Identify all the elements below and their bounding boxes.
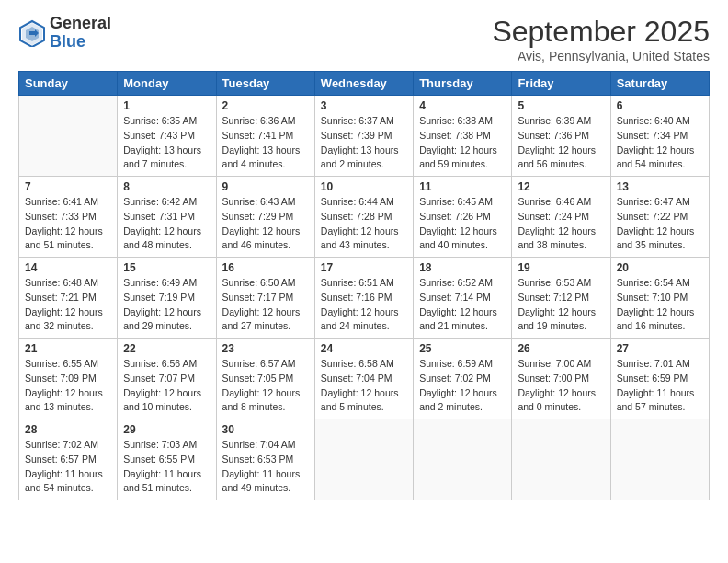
day-number: 9 [222,180,309,193]
col-saturday: Saturday [610,72,709,96]
day-detail: Sunrise: 6:39 AMSunset: 7:36 PMDaylight:… [518,114,604,172]
daylight-text: Daylight: 12 hours and 2 minutes. [419,386,506,416]
day-detail: Sunrise: 6:49 AMSunset: 7:19 PMDaylight:… [123,276,210,334]
daylight-text: Daylight: 12 hours and 35 minutes. [617,224,703,254]
day-detail: Sunrise: 6:35 AMSunset: 7:43 PMDaylight:… [123,114,210,172]
day-number: 27 [617,342,703,355]
table-row [314,419,413,500]
daylight-text: Daylight: 12 hours and 48 minutes. [123,224,210,254]
location-title: Avis, Pennsylvania, United States [492,49,710,63]
day-detail: Sunrise: 7:04 AMSunset: 6:53 PMDaylight:… [222,438,309,496]
sunrise-text: Sunrise: 6:50 AM [222,276,309,291]
day-detail: Sunrise: 6:56 AMSunset: 7:07 PMDaylight:… [123,357,210,415]
sunrise-text: Sunrise: 6:45 AM [419,195,506,210]
sunrise-text: Sunrise: 6:43 AM [222,195,309,210]
sunrise-text: Sunrise: 6:51 AM [321,276,407,291]
day-detail: Sunrise: 6:41 AMSunset: 7:33 PMDaylight:… [25,195,111,253]
sunrise-text: Sunrise: 6:54 AM [617,276,703,291]
calendar-week-row: 21Sunrise: 6:55 AMSunset: 7:09 PMDayligh… [19,339,710,419]
table-row: 1Sunrise: 6:35 AMSunset: 7:43 PMDaylight… [118,96,216,177]
sunrise-text: Sunrise: 6:47 AM [617,195,703,210]
day-number: 8 [123,180,210,193]
day-detail: Sunrise: 6:43 AMSunset: 7:29 PMDaylight:… [222,195,309,253]
day-detail: Sunrise: 7:03 AMSunset: 6:55 PMDaylight:… [123,438,210,496]
daylight-text: Daylight: 12 hours and 43 minutes. [321,224,407,254]
day-number: 21 [25,342,111,355]
day-detail: Sunrise: 6:38 AMSunset: 7:38 PMDaylight:… [419,114,506,172]
sunrise-text: Sunrise: 6:58 AM [321,357,407,372]
table-row: 29Sunrise: 7:03 AMSunset: 6:55 PMDayligh… [118,419,216,500]
day-number: 1 [123,99,210,112]
sunset-text: Sunset: 7:41 PM [222,129,309,144]
day-number: 29 [123,423,210,436]
table-row: 10Sunrise: 6:44 AMSunset: 7:28 PMDayligh… [314,177,413,258]
day-detail: Sunrise: 6:55 AMSunset: 7:09 PMDaylight:… [25,357,111,415]
sunrise-text: Sunrise: 6:41 AM [25,195,111,210]
daylight-text: Daylight: 12 hours and 46 minutes. [222,224,309,254]
table-row: 5Sunrise: 6:39 AMSunset: 7:36 PMDaylight… [512,96,610,177]
sunrise-text: Sunrise: 6:57 AM [222,357,309,372]
daylight-text: Daylight: 12 hours and 5 minutes. [321,386,407,416]
day-detail: Sunrise: 6:42 AMSunset: 7:31 PMDaylight:… [123,195,210,253]
day-detail: Sunrise: 6:45 AMSunset: 7:26 PMDaylight:… [419,195,506,253]
day-number: 12 [518,180,604,193]
sunrise-text: Sunrise: 7:01 AM [617,357,703,372]
day-detail: Sunrise: 6:40 AMSunset: 7:34 PMDaylight:… [617,114,703,172]
sunset-text: Sunset: 7:02 PM [419,372,506,386]
table-row: 18Sunrise: 6:52 AMSunset: 7:14 PMDayligh… [414,258,512,339]
day-number: 6 [617,99,703,112]
day-number: 10 [321,180,407,193]
sunset-text: Sunset: 7:12 PM [518,291,604,305]
day-number: 30 [222,423,309,436]
daylight-text: Daylight: 13 hours and 4 minutes. [222,144,309,173]
day-number: 25 [419,342,506,355]
sunrise-text: Sunrise: 6:35 AM [123,114,210,129]
day-number: 24 [321,342,407,355]
sunset-text: Sunset: 7:33 PM [25,210,111,224]
table-row: 21Sunrise: 6:55 AMSunset: 7:09 PMDayligh… [19,339,118,419]
table-row: 28Sunrise: 7:02 AMSunset: 6:57 PMDayligh… [19,419,118,500]
daylight-text: Daylight: 11 hours and 49 minutes. [222,467,309,497]
daylight-text: Daylight: 12 hours and 32 minutes. [25,305,111,335]
day-number: 26 [518,342,604,355]
table-row: 26Sunrise: 7:00 AMSunset: 7:00 PMDayligh… [512,339,610,419]
logo-general-text: General [50,15,111,33]
day-number: 22 [123,342,210,355]
table-row [512,419,610,500]
col-friday: Friday [512,72,610,96]
col-sunday: Sunday [19,72,118,96]
daylight-text: Daylight: 12 hours and 16 minutes. [617,305,703,335]
title-area: September 2025 Avis, Pennsylvania, Unite… [492,15,710,63]
sunset-text: Sunset: 7:19 PM [123,291,210,305]
table-row: 20Sunrise: 6:54 AMSunset: 7:10 PMDayligh… [610,258,709,339]
table-row: 17Sunrise: 6:51 AMSunset: 7:16 PMDayligh… [314,258,413,339]
sunset-text: Sunset: 7:09 PM [25,372,111,386]
sunset-text: Sunset: 7:34 PM [617,129,703,144]
table-row: 9Sunrise: 6:43 AMSunset: 7:29 PMDaylight… [216,177,314,258]
table-row: 22Sunrise: 6:56 AMSunset: 7:07 PMDayligh… [118,339,216,419]
sunset-text: Sunset: 7:22 PM [617,210,703,224]
calendar-week-row: 28Sunrise: 7:02 AMSunset: 6:57 PMDayligh… [19,419,710,500]
day-number: 23 [222,342,309,355]
day-detail: Sunrise: 6:46 AMSunset: 7:24 PMDaylight:… [518,195,604,253]
day-number: 4 [419,99,506,112]
day-number: 17 [321,261,407,274]
sunset-text: Sunset: 7:00 PM [518,372,604,386]
table-row: 23Sunrise: 6:57 AMSunset: 7:05 PMDayligh… [216,339,314,419]
daylight-text: Daylight: 12 hours and 27 minutes. [222,305,309,335]
table-row: 24Sunrise: 6:58 AMSunset: 7:04 PMDayligh… [314,339,413,419]
sunrise-text: Sunrise: 7:00 AM [518,357,604,372]
daylight-text: Daylight: 12 hours and 56 minutes. [518,144,604,173]
daylight-text: Daylight: 11 hours and 57 minutes. [617,386,703,416]
sunset-text: Sunset: 7:16 PM [321,291,407,305]
table-row [414,419,512,500]
sunset-text: Sunset: 7:28 PM [321,210,407,224]
sunrise-text: Sunrise: 6:49 AM [123,276,210,291]
daylight-text: Daylight: 12 hours and 0 minutes. [518,386,604,416]
sunrise-text: Sunrise: 6:37 AM [321,114,407,129]
table-row: 27Sunrise: 7:01 AMSunset: 6:59 PMDayligh… [610,339,709,419]
day-detail: Sunrise: 6:50 AMSunset: 7:17 PMDaylight:… [222,276,309,334]
sunset-text: Sunset: 7:26 PM [419,210,506,224]
table-row: 25Sunrise: 6:59 AMSunset: 7:02 PMDayligh… [414,339,512,419]
daylight-text: Daylight: 12 hours and 29 minutes. [123,305,210,335]
